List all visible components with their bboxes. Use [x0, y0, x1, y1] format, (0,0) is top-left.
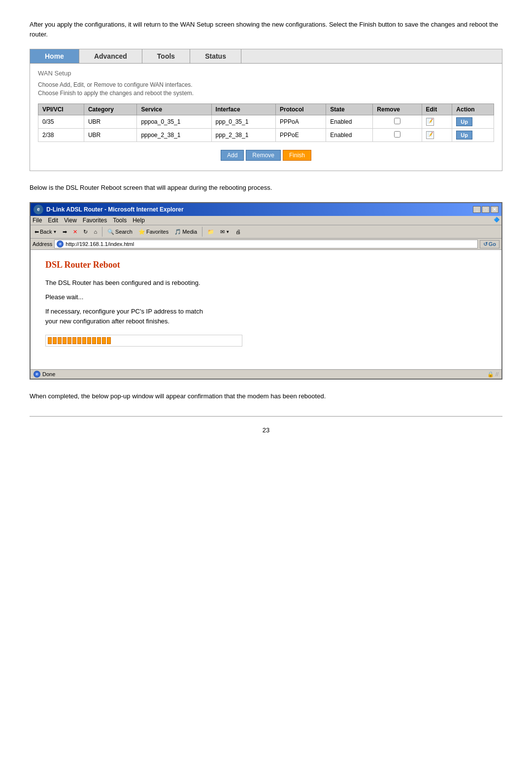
page-divider [30, 416, 502, 417]
menu-file[interactable]: File [33, 217, 42, 224]
ie-address-bar: Address e http://192.168.1.1/index.html … [31, 239, 501, 250]
finish-button[interactable]: Finish [283, 150, 311, 161]
reboot-line2: Please wait... [45, 292, 487, 303]
router-config-screenshot: Home Advanced Tools Status WAN Setup Cho… [30, 49, 502, 171]
address-input-container[interactable]: e http://192.168.1.1/index.html [54, 240, 477, 248]
page-icon: e [57, 241, 64, 247]
favorites-button[interactable]: ⭐ Favorites [136, 228, 170, 236]
wan-setup-title: WAN Setup [38, 70, 494, 77]
progress-segment [67, 337, 71, 344]
address-label: Address [33, 241, 52, 247]
menu-tools[interactable]: Tools [113, 217, 127, 224]
ie-status-right: 🔒 // [487, 371, 499, 378]
footer-paragraph: When completed, the below pop-up window … [30, 391, 502, 401]
remove-button[interactable]: Remove [246, 150, 281, 161]
tab-advanced[interactable]: Advanced [79, 49, 142, 63]
col-header-category: Category [84, 104, 136, 115]
up-button[interactable]: Up [456, 117, 472, 126]
favorites-icon: ⭐ [138, 229, 145, 235]
home-button[interactable]: ⌂ [92, 228, 99, 236]
up-button[interactable]: Up [456, 131, 472, 140]
remove-checkbox[interactable] [394, 131, 400, 138]
refresh-button[interactable]: ↻ [81, 228, 90, 236]
media-icon: 🎵 [174, 229, 181, 235]
back-arrow-icon: ⬅ [34, 229, 39, 235]
menu-view[interactable]: View [64, 217, 77, 224]
wan-setup-area: WAN Setup Choose Add, Edit, or Remove to… [30, 64, 502, 171]
col-header-protocol: Protocol [276, 104, 326, 115]
ie-menu-bar: File Edit View Favorites Tools Help 🔷 [31, 216, 501, 225]
security-icon: 🔒 [487, 371, 494, 377]
edit-icon[interactable]: 📝 [426, 118, 434, 126]
ie-status-bar: e Done 🔒 // [31, 369, 501, 379]
cell-vpivci: 2/38 [38, 128, 84, 141]
stop-button[interactable]: ✕ [71, 228, 79, 236]
back-button[interactable]: ⬅ Back ▼ [33, 228, 59, 236]
cell-protocol: PPPoE [276, 128, 326, 141]
search-button[interactable]: 🔍 Search [105, 228, 134, 236]
progress-bar [48, 337, 240, 344]
back-dropdown-icon: ▼ [53, 230, 57, 234]
progress-bar-container [45, 335, 242, 347]
page-content: After you apply the configurations, it w… [30, 20, 502, 434]
toolbar-separator-1 [102, 227, 102, 237]
tab-tools[interactable]: Tools [142, 49, 190, 63]
add-button[interactable]: Add [221, 150, 244, 161]
go-button[interactable]: ↺ Go [480, 240, 499, 248]
menu-help[interactable]: Help [133, 217, 145, 224]
intro-paragraph: After you apply the configurations, it w… [30, 20, 502, 39]
forward-button[interactable]: ➡ [61, 228, 69, 236]
ie-status-text: Done [42, 371, 55, 377]
col-header-remove: Remove [373, 104, 422, 115]
ie-title-icon: e [33, 205, 43, 214]
back-label: Back [40, 229, 52, 235]
cell-interface: ppp_0_35_1 [211, 115, 275, 128]
remove-checkbox[interactable] [394, 118, 400, 124]
progress-segment [97, 337, 101, 344]
section2-text: Below is the DSL Router Reboot screen th… [30, 183, 502, 193]
cell-state: Enabled [326, 128, 373, 141]
resize-handle: // [496, 371, 499, 377]
nav-tabs: Home Advanced Tools Status [30, 49, 502, 64]
cell-service: pppoa_0_35_1 [137, 115, 211, 128]
col-header-interface: Interface [211, 104, 275, 115]
page-number-area: 23 [30, 426, 502, 434]
toolbar-separator-2 [202, 227, 202, 237]
search-icon: 🔍 [107, 229, 114, 235]
mail-dropdown: ▼ [226, 230, 230, 234]
col-header-service: Service [137, 104, 211, 115]
ie-maximize-button[interactable]: □ [482, 206, 490, 213]
progress-segment [102, 337, 106, 344]
search-label: Search [115, 229, 133, 235]
status-globe-icon: e [33, 371, 40, 378]
wan-desc-line1: Choose Add, Edit, or Remove to configure… [38, 81, 494, 98]
ie-status-left: e Done [33, 371, 55, 378]
reboot-line3: If necessary, reconfigure your PC's IP a… [45, 307, 487, 327]
mail-icon: ✉ [220, 229, 225, 235]
tab-status[interactable]: Status [190, 49, 241, 63]
history-button[interactable]: 📁 [205, 228, 216, 236]
cell-category: UBR [84, 115, 136, 128]
history-icon: 📁 [207, 229, 214, 235]
mail-button[interactable]: ✉ ▼ [218, 228, 232, 236]
print-button[interactable]: 🖨 [233, 228, 243, 236]
tab-home[interactable]: Home [30, 49, 79, 63]
menu-edit[interactable]: Edit [48, 217, 58, 224]
progress-segment [53, 337, 57, 344]
progress-segment [72, 337, 76, 344]
col-header-state: State [326, 104, 373, 115]
col-header-vpivci: VPI/VCI [38, 104, 84, 115]
edit-icon[interactable]: 📝 [426, 131, 434, 139]
ie-minimize-button[interactable]: _ [473, 206, 481, 213]
favorites-label: Favorites [146, 229, 168, 235]
ie-toolbar: ⬅ Back ▼ ➡ ✕ ↻ ⌂ 🔍 Search ⭐ [31, 225, 501, 239]
ie-close-button[interactable]: ✕ [491, 206, 499, 213]
wan-action-buttons: Add Remove Finish [38, 148, 494, 165]
cell-edit: 📝 [422, 115, 452, 128]
col-header-action: Action [452, 104, 494, 115]
media-button[interactable]: 🎵 Media [172, 228, 199, 236]
menu-favorites[interactable]: Favorites [83, 217, 107, 224]
progress-segment [87, 337, 91, 344]
reboot-line1: The DSL Router has been configured and i… [45, 278, 487, 288]
ie-title-controls: _ □ ✕ [473, 206, 499, 213]
